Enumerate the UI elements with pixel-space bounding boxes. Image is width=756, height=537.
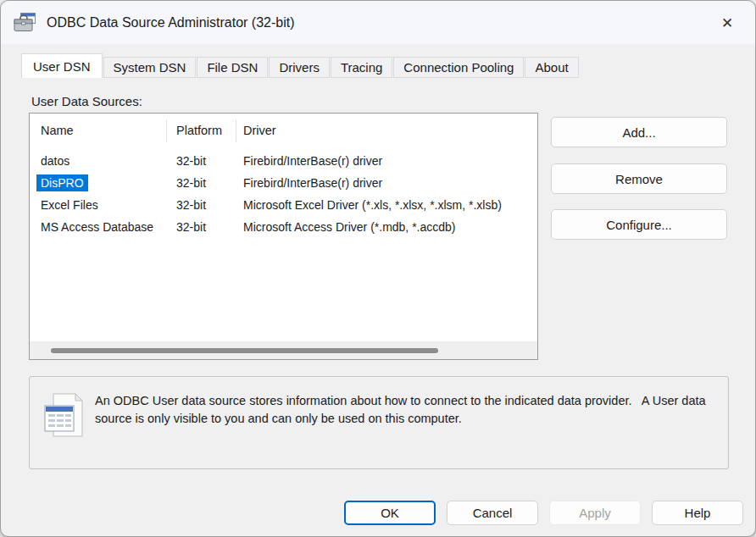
cell-platform: 32-bit (176, 220, 206, 234)
odbc-administrator-dialog: ODBC Data Source Administrator (32-bit) … (0, 0, 756, 537)
data-source-info-icon (42, 390, 89, 440)
tab-user-dsn[interactable]: User DSN (21, 53, 103, 78)
tab-drivers[interactable]: Drivers (269, 57, 330, 78)
horizontal-scrollbar[interactable] (30, 341, 537, 359)
description-box: An ODBC User data source stores informat… (29, 376, 729, 469)
column-header-driver[interactable]: Driver (243, 124, 276, 137)
add-button[interactable]: Add... (551, 117, 727, 147)
cell-platform: 32-bit (176, 154, 206, 168)
cell-name: datos (41, 154, 69, 168)
ok-button[interactable]: OK (344, 501, 436, 525)
table-row-dispro-selected[interactable]: DisPRO 32-bit Firebird/InterBase(r) driv… (30, 173, 537, 195)
description-text: An ODBC User data source stores informat… (95, 392, 715, 428)
cell-driver: Microsoft Access Driver (*.mdb, *.accdb) (243, 220, 456, 234)
table-row-excel-files[interactable]: Excel Files 32-bit Microsoft Excel Drive… (30, 195, 537, 217)
title-bar: ODBC Data Source Administrator (32-bit) … (1, 1, 755, 44)
cell-name: DisPRO (41, 176, 84, 190)
table-row-datos[interactable]: datos 32-bit Firebird/InterBase(r) drive… (30, 151, 537, 173)
tab-connection-pooling[interactable]: Connection Pooling (393, 57, 524, 78)
odbc-toolbox-icon (14, 13, 36, 32)
close-icon: ✕ (721, 14, 733, 32)
help-button[interactable]: Help (652, 501, 743, 525)
cell-driver: Microsoft Excel Driver (*.xls, *.xlsx, *… (243, 198, 502, 212)
user-dsn-list[interactable]: Name Platform Driver datos 32-bit Firebi… (29, 113, 538, 360)
list-rows: datos 32-bit Firebird/InterBase(r) drive… (30, 151, 537, 239)
remove-button[interactable]: Remove (551, 163, 727, 194)
column-divider[interactable] (236, 119, 236, 142)
configure-button[interactable]: Configure... (551, 209, 727, 240)
table-row-ms-access[interactable]: MS Access Database 32-bit Microsoft Acce… (30, 217, 537, 239)
cell-driver: Firebird/InterBase(r) driver (243, 176, 382, 190)
cell-name: MS Access Database (41, 220, 153, 234)
column-divider[interactable] (166, 119, 167, 142)
scrollbar-thumb[interactable] (51, 348, 438, 353)
column-header-platform[interactable]: Platform (176, 124, 222, 137)
window-title: ODBC Data Source Administrator (32-bit) (47, 15, 295, 30)
column-header-name[interactable]: Name (41, 124, 74, 137)
tab-system-dsn[interactable]: System DSN (103, 57, 197, 78)
cell-platform: 32-bit (176, 176, 206, 190)
tab-strip: User DSN System DSN File DSN Drivers Tra… (21, 53, 580, 78)
user-data-sources-label: User Data Sources: (31, 94, 142, 108)
tab-tracing[interactable]: Tracing (331, 57, 392, 78)
cancel-button[interactable]: Cancel (447, 501, 538, 525)
apply-button[interactable]: Apply (549, 501, 641, 525)
cell-name: Excel Files (41, 198, 98, 212)
close-button[interactable]: ✕ (706, 8, 748, 38)
tab-file-dsn[interactable]: File DSN (197, 57, 268, 78)
cell-driver: Firebird/InterBase(r) driver (243, 154, 382, 168)
cell-platform: 32-bit (176, 198, 206, 212)
tab-about[interactable]: About (525, 57, 578, 78)
